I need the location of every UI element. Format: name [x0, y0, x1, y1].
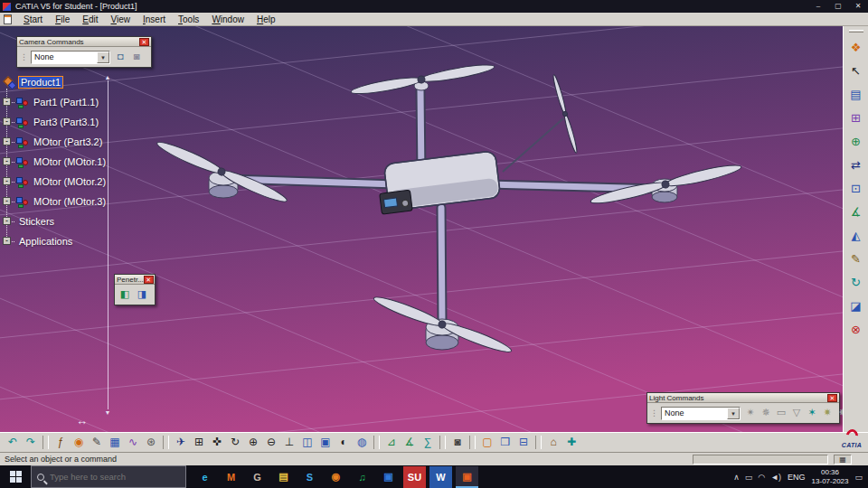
- redo-icon[interactable]: ↷: [23, 435, 39, 451]
- new-component-icon[interactable]: ⊞: [848, 110, 864, 127]
- two-lights-icon[interactable]: ✵: [759, 406, 773, 420]
- tree-item-applications[interactable]: -Applications: [2, 231, 121, 251]
- constraints-icon[interactable]: ⊕: [848, 134, 864, 150]
- tree-expand-box[interactable]: -: [3, 157, 11, 165]
- depth-effect-icon[interactable]: ◧: [118, 287, 132, 302]
- single-light-icon[interactable]: ✴: [743, 406, 758, 420]
- tree-expand-box[interactable]: -: [3, 217, 11, 225]
- tree-item-label[interactable]: Part3 (Part3.1): [31, 116, 101, 128]
- tree-expand-box[interactable]: -: [3, 117, 11, 126]
- network-icon[interactable]: ◠: [758, 473, 765, 482]
- snap-icon[interactable]: ⊡: [848, 181, 864, 197]
- zoom-out-icon[interactable]: ⊖: [263, 435, 279, 451]
- tree-item-label[interactable]: Product1: [18, 76, 63, 89]
- tree-item-part3-part3-1[interactable]: -Part3 (Part3.1): [2, 112, 121, 132]
- hide-show-icon[interactable]: ◍: [354, 435, 370, 451]
- space-analysis-icon[interactable]: ◭: [848, 228, 864, 244]
- light-commands-toolbar[interactable]: Light Commands ✕ ⋮ None ▼ ✴✵▭▽✶✷✸: [646, 392, 840, 424]
- formula-icon[interactable]: ƒ: [52, 435, 69, 451]
- catalog-icon[interactable]: ⌂: [545, 435, 561, 451]
- tree-item-motor-part3-2[interactable]: -MOtor (Part3.2): [2, 132, 121, 152]
- menu-file[interactable]: File: [49, 14, 76, 24]
- camera-dropdown[interactable]: None ▼: [31, 51, 110, 64]
- spot-light-icon[interactable]: ▽: [789, 406, 804, 420]
- word-icon[interactable]: W: [429, 466, 452, 488]
- matlab-icon[interactable]: M: [220, 466, 242, 488]
- fit-all-icon[interactable]: ⊞: [191, 435, 207, 451]
- camera-commands-toolbar[interactable]: Camera Commands ✕ ⋮ None ▼ ◘◙: [16, 36, 152, 68]
- law-icon[interactable]: ∿: [125, 435, 141, 451]
- tree-item-stickers[interactable]: -Stickers: [2, 211, 121, 231]
- maximize-button[interactable]: ▢: [828, 0, 848, 13]
- menu-window[interactable]: Window: [205, 14, 250, 24]
- viewport-3d[interactable]: [0, 26, 843, 432]
- light-dropdown[interactable]: None ▼: [661, 407, 741, 420]
- gear-icon[interactable]: ⊛: [143, 435, 159, 451]
- toolbar-grip[interactable]: ⋮: [650, 408, 658, 418]
- tree-expand-box[interactable]: -: [3, 197, 11, 205]
- light-commands-titlebar[interactable]: Light Commands ✕: [647, 393, 839, 403]
- toolbar-grip[interactable]: [849, 30, 863, 33]
- camera-commands-titlebar[interactable]: Camera Commands ✕: [17, 37, 151, 47]
- edge-icon[interactable]: e: [193, 466, 216, 488]
- neon-light-icon[interactable]: ▭: [774, 406, 788, 420]
- ground-effect-icon[interactable]: ◨: [135, 287, 149, 302]
- options-icon[interactable]: ✚: [563, 435, 580, 451]
- zoom-in-icon[interactable]: ⊕: [245, 435, 261, 451]
- tree-item-label[interactable]: MOtor (Part3.2): [31, 136, 105, 148]
- toolbar-grip[interactable]: ⋮: [20, 52, 28, 61]
- pen-icon[interactable]: ✎: [89, 435, 105, 451]
- tree-item-label[interactable]: Applications: [16, 235, 75, 248]
- measure-item-icon[interactable]: ∡: [401, 435, 418, 451]
- mass-properties-icon[interactable]: ∑: [420, 435, 436, 451]
- pan-icon[interactable]: ✜: [209, 435, 225, 451]
- measure-between-icon[interactable]: ⊿: [383, 435, 400, 451]
- volume-icon[interactable]: ◄): [770, 473, 781, 482]
- firefox-icon[interactable]: ◉: [325, 466, 347, 488]
- capture-icon[interactable]: ◙: [449, 435, 466, 451]
- scroll-down-icon[interactable]: ▼: [105, 409, 111, 416]
- select-icon[interactable]: ↖: [848, 63, 864, 80]
- notification-center-icon[interactable]: ▭: [854, 473, 863, 482]
- tree-item-motor-motor-3[interactable]: -MOtor (MOtor.3): [2, 192, 121, 211]
- quick-view-icon[interactable]: ◫: [299, 435, 316, 451]
- sectioning-icon[interactable]: ◪: [848, 298, 864, 314]
- chevron-up-icon[interactable]: ∧: [733, 473, 740, 482]
- dmu-review-icon[interactable]: ↻: [848, 275, 864, 291]
- annotations-icon[interactable]: ✎: [848, 251, 864, 267]
- keyboard-icon[interactable]: ▦: [834, 455, 852, 465]
- chevron-down-icon[interactable]: ▼: [97, 52, 109, 63]
- menu-start[interactable]: Start: [17, 14, 49, 24]
- tree-expand-box[interactable]: -: [3, 237, 11, 245]
- tree-item-motor-motor-2[interactable]: -MOtor (MOtor.2): [2, 172, 121, 192]
- light-commands-close-icon[interactable]: ✕: [827, 394, 837, 402]
- penetration-toolbar[interactable]: Penetr... ✕ ◧◨: [114, 274, 156, 305]
- tree-pan-arrow-icon[interactable]: ↔: [76, 414, 88, 427]
- sumatra-pdf-icon[interactable]: SU: [403, 466, 426, 488]
- menu-edit[interactable]: Edit: [76, 14, 104, 24]
- tree-item-label[interactable]: Stickers: [16, 215, 57, 228]
- gimp-icon[interactable]: G: [246, 466, 269, 488]
- menu-view[interactable]: View: [104, 14, 137, 24]
- tree-item-label[interactable]: Part1 (Part1.1): [31, 96, 101, 108]
- new-part-icon[interactable]: ▢: [479, 435, 495, 451]
- chevron-down-icon[interactable]: ▼: [727, 408, 740, 419]
- power-input-field[interactable]: [693, 455, 828, 465]
- tree-expand-box[interactable]: -: [3, 177, 11, 185]
- light-color-icon[interactable]: ✶: [805, 406, 819, 420]
- delete-viewpoint-icon[interactable]: ◙: [129, 50, 144, 64]
- assembly-workbench-icon[interactable]: ❖: [848, 40, 864, 56]
- monitor-icon[interactable]: ▭: [745, 473, 753, 482]
- taskbar-search[interactable]: [31, 465, 186, 488]
- existing-component-icon[interactable]: ⊟: [515, 435, 532, 451]
- minimize-button[interactable]: –: [808, 0, 828, 13]
- language-indicator[interactable]: ENG: [788, 473, 806, 482]
- tree-item-product1[interactable]: Product1: [2, 72, 121, 92]
- tree-item-label[interactable]: MOtor (MOtor.1): [31, 155, 108, 168]
- menu-insert[interactable]: Insert: [137, 14, 172, 24]
- photos-icon[interactable]: ▣: [377, 466, 400, 488]
- tree-item-part1-part1-1[interactable]: -Part1 (Part1.1): [2, 92, 121, 112]
- tree-item-label[interactable]: MOtor (MOtor.2): [31, 175, 108, 188]
- render-style-icon[interactable]: ◐: [335, 435, 352, 451]
- spotify-icon[interactable]: ♫: [351, 466, 373, 488]
